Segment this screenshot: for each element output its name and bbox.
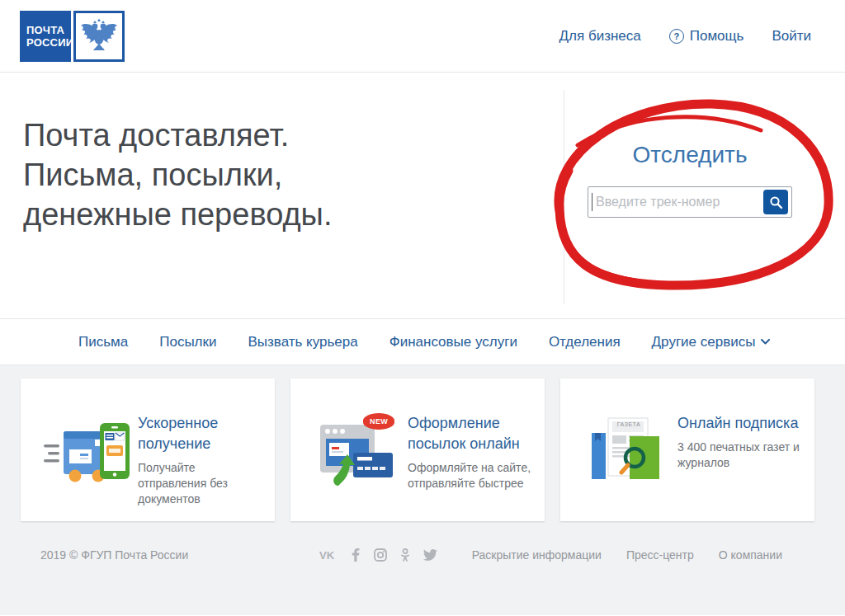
- card-fast-pickup[interactable]: Ускоренное получение Получайте отправлен…: [21, 379, 275, 521]
- footer: 2019 © ФГУП Почта России VK: [21, 548, 814, 562]
- header-links: Для бизнеса ? Помощь Войти: [559, 28, 811, 45]
- logo-wordmark: ПОЧТА РОССИИ: [20, 11, 71, 62]
- online-parcel-icon: NEW: [314, 413, 399, 492]
- nav-item-courier[interactable]: Вызвать курьера: [248, 334, 357, 350]
- card-text: Оформление посылок онлайн Оформляйте на …: [408, 413, 535, 521]
- card-title: Онлайн подписка: [677, 413, 805, 434]
- card-subtitle: 3 400 печатных газет и журналов: [677, 440, 805, 471]
- promo-cards: Ускоренное получение Получайте отправлен…: [21, 379, 814, 521]
- russian-post-logo[interactable]: ПОЧТА РОССИИ: [20, 11, 125, 62]
- copyright-text: 2019 © ФГУП Почта России: [40, 548, 188, 562]
- nav-label: Финансовые услуги: [389, 334, 517, 350]
- instagram-icon[interactable]: [374, 548, 387, 562]
- card-title: Оформление посылок онлайн: [408, 413, 535, 454]
- card-text: Ускоренное получение Получайте отправлен…: [138, 413, 265, 521]
- card-subtitle: Получайте отправления без документов: [138, 460, 265, 507]
- subscription-icon: ГАЗЕТА: [583, 413, 669, 492]
- nav-item-letters[interactable]: Письма: [78, 334, 128, 350]
- hero-section: Почта доставляет. Письма, посылки, денеж…: [0, 73, 845, 319]
- login-link[interactable]: Войти: [772, 28, 811, 45]
- tracking-number-input[interactable]: [592, 195, 763, 209]
- card-text: Онлайн подписка 3 400 печатных газет и ж…: [677, 413, 805, 521]
- vk-icon[interactable]: VK: [319, 549, 338, 561]
- track-search-button[interactable]: [763, 190, 788, 214]
- nav-label: Вызвать курьера: [248, 334, 357, 350]
- search-icon: [769, 195, 783, 209]
- nav-item-other-services[interactable]: Другие сервисы: [652, 334, 771, 350]
- disclosure-link[interactable]: Раскрытие информации: [472, 548, 602, 562]
- new-badge: NEW: [363, 413, 394, 430]
- facebook-icon[interactable]: [352, 548, 360, 562]
- tracking-field-wrap: [588, 186, 792, 218]
- fast-delivery-icon: [44, 413, 130, 492]
- login-link-label: Войти: [772, 28, 811, 45]
- about-company-link[interactable]: О компании: [719, 548, 782, 562]
- nav-label: Другие сервисы: [652, 334, 756, 350]
- nav-item-offices[interactable]: Отделения: [549, 334, 621, 350]
- nav-item-financial[interactable]: Финансовые услуги: [389, 334, 517, 350]
- newspaper-label: ГАЗЕТА: [613, 421, 644, 427]
- card-subtitle: Оформляйте на сайте, отправляйте быстрее: [408, 460, 535, 491]
- twitter-icon[interactable]: [423, 549, 437, 561]
- logo-line2: РОССИИ: [26, 36, 71, 49]
- promo-section: Ускоренное получение Получайте отправлен…: [0, 365, 845, 615]
- odnoklassniki-icon[interactable]: [401, 548, 409, 562]
- card-title: Ускоренное получение: [138, 413, 265, 454]
- header: ПОЧТА РОССИИ: [0, 0, 845, 73]
- nav-label: Посылки: [159, 334, 216, 350]
- help-link-label: Помощь: [690, 28, 744, 45]
- card-online-parcels[interactable]: NEW Оформление посылок онлайн Оформляйте…: [290, 379, 545, 521]
- business-link-label: Для бизнеса: [559, 28, 641, 45]
- question-circle-icon: ?: [669, 29, 684, 44]
- tracking-panel: Отследить: [564, 142, 816, 218]
- tracking-title: Отследить: [564, 142, 816, 168]
- press-center-link[interactable]: Пресс-центр: [626, 548, 694, 562]
- nav-item-parcels[interactable]: Посылки: [159, 334, 216, 350]
- card-online-subscription[interactable]: ГАЗЕТА Онлайн подписка 3 400 печатных га…: [560, 379, 814, 521]
- chevron-down-icon: [761, 339, 770, 345]
- postal-homepage: ПОЧТА РОССИИ: [0, 0, 845, 616]
- eagle-emblem-icon: [73, 11, 125, 62]
- help-link[interactable]: ? Помощь: [669, 28, 744, 45]
- social-links: VK: [319, 548, 437, 562]
- main-nav: Письма Посылки Вызвать курьера Финансовы…: [0, 319, 845, 365]
- logo-line1: ПОЧТА: [26, 24, 71, 36]
- footer-links: Раскрытие информации Пресс-центр О компа…: [472, 548, 782, 562]
- nav-label: Письма: [78, 334, 128, 350]
- nav-label: Отделения: [549, 334, 621, 350]
- business-link[interactable]: Для бизнеса: [559, 28, 641, 45]
- svg-text:VK: VK: [319, 549, 335, 561]
